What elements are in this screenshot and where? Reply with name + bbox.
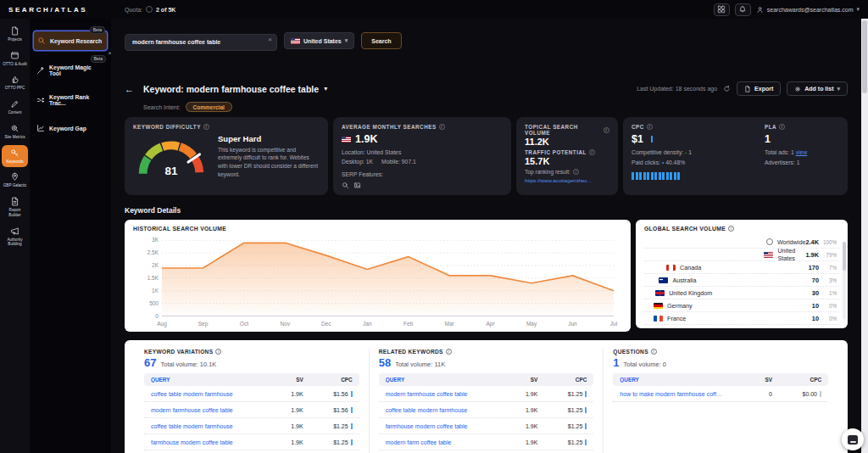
menu-item-keyword-magic-tool[interactable]: Keyword Magic ToolBeta — [33, 60, 108, 81]
topical-card-title: TOPICAL SEARCH VOLUME — [525, 124, 601, 136]
table-row[interactable]: modern farmhouse coffee table1.9K$1.56 — [144, 402, 359, 418]
table-row[interactable]: modern farmhouse coffee table1.9K$1.25 — [379, 386, 594, 402]
cpc-value: $1.25 — [303, 439, 353, 445]
menu-item-label: Keyword Magic Tool — [49, 64, 104, 76]
query-link[interactable]: modern farmhouse coffee table — [386, 391, 496, 397]
global-card-scrollbar[interactable] — [843, 242, 846, 320]
page-scrollbar-thumb[interactable] — [862, 20, 867, 93]
back-arrow-icon[interactable]: ← — [125, 84, 134, 94]
sidebar-item-report-builder[interactable]: Report Builder — [2, 193, 28, 221]
difficulty-score: 81 — [164, 165, 178, 178]
svg-text:2K: 2K — [152, 262, 159, 268]
title-chevron-down-icon[interactable]: ▾ — [324, 85, 327, 92]
menu-item-label: Keyword Rank Trac... — [49, 94, 104, 106]
search-button[interactable]: Search — [361, 32, 401, 49]
page-scrollbar[interactable] — [861, 19, 868, 453]
info-icon[interactable]: i — [728, 226, 734, 232]
sv-value: 1.9K — [495, 423, 537, 429]
menu-item-keyword-gap[interactable]: Keyword Gap — [33, 120, 108, 137]
query-link[interactable]: coffee table modern farmhouse — [151, 391, 261, 397]
refresh-icon[interactable] — [723, 85, 731, 92]
serp-image-icon[interactable] — [353, 182, 361, 189]
sidebar-item-content[interactable]: Content — [2, 96, 28, 119]
global-volume-row-australia[interactable]: Australia703% — [644, 274, 839, 287]
query-link[interactable]: coffee table modern farmhouse — [386, 407, 496, 413]
query-link[interactable]: modern farmhouse coffee table — [151, 407, 261, 413]
table-total-volume: Total volume: 10.1K — [160, 361, 216, 368]
chevron-down-icon: ▾ — [345, 37, 348, 44]
info-icon[interactable]: i — [779, 124, 785, 130]
column-header-sv: SV — [495, 377, 537, 383]
info-icon[interactable]: i — [651, 349, 657, 355]
cpc-bar-icon — [585, 423, 587, 429]
query-link[interactable]: coffee table modern farmhouse — [151, 423, 261, 429]
query-link[interactable]: modern farm coffee table — [386, 439, 496, 445]
info-icon[interactable]: i — [604, 127, 609, 133]
cpc-histogram-bar — [636, 172, 638, 180]
global-volume-row-canada[interactable]: Canada1707% — [644, 261, 839, 274]
user-menu[interactable]: searchawards@searchatlas.com ▾ — [756, 6, 860, 14]
table-row[interactable]: farmhouse modern coffee table1.9K$1.25 — [379, 418, 594, 434]
country-percent: 79% — [822, 252, 837, 258]
globe-flag-icon — [766, 238, 773, 245]
info-icon[interactable]: i — [439, 124, 445, 130]
sidebar-item-keywords[interactable]: Keywords — [2, 145, 28, 168]
menu-item-keyword-research[interactable]: Keyword ResearchBeta — [33, 31, 108, 51]
global-volume-row-united-states[interactable]: United States1.9K79% — [644, 249, 839, 261]
sidebar-item-otto-ppc[interactable]: OTTO PPC — [2, 71, 28, 94]
scrollbar-thumb[interactable] — [843, 242, 846, 271]
info-icon[interactable]: i — [647, 124, 653, 130]
info-icon[interactable]: i — [573, 169, 579, 175]
serp-search-icon[interactable] — [342, 182, 349, 189]
country-percent: 3% — [822, 277, 837, 283]
table-row[interactable]: farmhouse modern coffee table1.9K$1.25 — [144, 434, 359, 450]
country-percent: 1% — [822, 290, 837, 296]
country-select[interactable]: United States ▾ — [284, 32, 354, 49]
sidebar-item-gbp-galactic[interactable]: GBP Galactic — [2, 169, 28, 192]
total-ads-label: Total ads: 1 — [765, 149, 794, 155]
info-icon[interactable]: i — [589, 149, 595, 155]
view-ads-link[interactable]: view — [796, 149, 808, 155]
page-title: Keyword: modern farmhouse coffee table — [143, 84, 319, 94]
difficulty-gauge: 81 — [133, 132, 209, 180]
query-link[interactable]: how to make modern farmhouse coffee tabl… — [620, 391, 730, 397]
chat-widget-button[interactable] — [842, 428, 864, 450]
notifications-button[interactable] — [735, 3, 751, 16]
info-icon[interactable]: i — [446, 349, 452, 355]
global-volume-row-worldwide[interactable]: Worldwide2.4K100% — [644, 236, 839, 249]
sidebar-item-site-metrics[interactable]: Site Metrics — [2, 120, 28, 143]
table-row[interactable]: how to make modern farmhouse coffee tabl… — [613, 386, 828, 402]
global-volume-card: GLOBAL SEARCH VOLUMEi Worldwide2.4K100%U… — [636, 220, 848, 328]
top-ranking-link[interactable]: https://www.acottageinthec... — [525, 177, 609, 183]
add-to-list-button[interactable]: Add to list ▾ — [787, 81, 848, 96]
difficulty-level: Super Hard — [218, 134, 320, 143]
column-header-cpc: CPC — [537, 377, 587, 383]
svg-text:Oct: Oct — [240, 321, 248, 327]
country-volume: 1.9K — [805, 251, 819, 259]
menu-item-keyword-rank-trac[interactable]: Keyword Rank Trac... — [33, 90, 108, 110]
export-button[interactable]: Export — [737, 81, 781, 96]
svg-text:Feb: Feb — [403, 321, 413, 327]
us-flag-icon — [291, 38, 300, 44]
table-row[interactable]: modern farm coffee table1.9K$1.25 — [379, 434, 594, 450]
table-row[interactable]: coffee table modern farmhouse1.9K$1.25 — [379, 402, 594, 418]
query-link[interactable]: farmhouse modern coffee table — [386, 423, 496, 429]
sidebar-item-authority-building[interactable]: Authority Building — [2, 223, 28, 250]
info-icon[interactable]: i — [215, 349, 221, 355]
keyword-search-input[interactable] — [125, 34, 277, 51]
sidebar-item-projects[interactable]: Projects — [2, 23, 28, 46]
topical-volume-value: 11.2K — [525, 137, 609, 147]
clear-input-icon[interactable]: × — [268, 36, 272, 43]
country-percent: 7% — [822, 265, 837, 271]
global-volume-row-united-kingdom[interactable]: United Kingdom301% — [644, 287, 839, 299]
apps-grid-button[interactable] — [714, 3, 730, 16]
country-select-value: United States — [303, 38, 342, 44]
table-row[interactable]: coffee table modern farmhouse1.9K$1.56 — [144, 386, 359, 402]
sidebar-item-otto-audit[interactable]: OTTO & Audit — [2, 48, 28, 70]
global-volume-row-france[interactable]: France100% — [644, 312, 839, 325]
query-link[interactable]: farmhouse modern coffee table — [151, 439, 261, 445]
country-percent: 0% — [822, 316, 837, 322]
global-volume-row-germany[interactable]: Germany100% — [644, 299, 839, 312]
table-row[interactable]: coffee table modern farmhouse1.9K$1.25 — [144, 418, 359, 434]
info-icon[interactable]: i — [203, 124, 209, 130]
